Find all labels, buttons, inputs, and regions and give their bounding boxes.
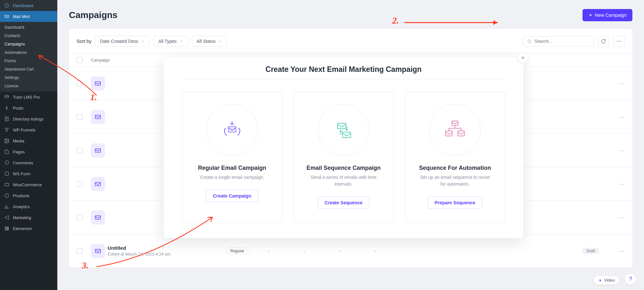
new-campaign-button[interactable]: New Campaign bbox=[582, 9, 632, 21]
page-header: Campaigns New Campaign bbox=[69, 9, 632, 21]
sidebar-item-directory-listings[interactable]: Directory listings bbox=[0, 113, 57, 124]
sub-licence[interactable]: Licence bbox=[0, 82, 57, 90]
select-all-checkbox[interactable] bbox=[77, 57, 82, 63]
create-sequence-button[interactable]: Create Sequence bbox=[318, 197, 369, 209]
row-menu-button[interactable]: ⋯ bbox=[605, 80, 625, 87]
sidebar-item-mailmint[interactable]: Mail Mint bbox=[0, 11, 57, 22]
metric-placeholder: - bbox=[268, 248, 303, 254]
wpfunnels-icon bbox=[4, 127, 10, 133]
regular-campaign-illus bbox=[206, 104, 258, 156]
row-menu-button[interactable]: ⋯ bbox=[605, 247, 625, 255]
video-help-pill[interactable]: Video bbox=[593, 276, 620, 285]
help-button[interactable]: ? bbox=[625, 273, 636, 285]
toolbar-left: Sort by Date Created Desc All Types All … bbox=[77, 36, 227, 47]
sub-campaigns[interactable]: Campaigns bbox=[0, 40, 57, 48]
help-icon: ? bbox=[629, 276, 632, 283]
sidebar-item-analytics[interactable]: Analytics bbox=[0, 201, 57, 212]
sub-abandoned-cart[interactable]: Abandoned Cart bbox=[0, 65, 57, 73]
sidebar-item-comments[interactable]: Comments bbox=[0, 157, 57, 168]
mailmint-submenu: Dashboard Contacts Campaigns Automations… bbox=[0, 22, 57, 92]
svg-rect-9 bbox=[7, 228, 8, 229]
close-icon bbox=[521, 55, 525, 60]
modal-body: Regular Email Campaign Create a single e… bbox=[164, 79, 523, 238]
svg-rect-16 bbox=[95, 115, 101, 119]
svg-rect-19 bbox=[95, 216, 101, 219]
sidebar-item-posts[interactable]: Posts bbox=[0, 102, 57, 113]
svg-rect-18 bbox=[95, 182, 101, 186]
svg-rect-33 bbox=[458, 131, 465, 136]
create-regular-campaign-button[interactable]: Create Campaign bbox=[206, 190, 258, 202]
comment-icon bbox=[4, 160, 10, 166]
sidebar-item-wp-dashboard[interactable]: Dashboard bbox=[0, 0, 57, 11]
row-menu-button[interactable]: ⋯ bbox=[605, 180, 625, 188]
row-checkbox[interactable] bbox=[77, 148, 82, 153]
svg-rect-15 bbox=[95, 82, 101, 85]
svg-rect-21 bbox=[228, 127, 236, 132]
sub-settings[interactable]: Settings bbox=[0, 73, 57, 82]
campaign-type-icon bbox=[91, 210, 105, 225]
row-menu-button[interactable]: ⋯ bbox=[605, 214, 625, 221]
directory-icon bbox=[4, 116, 10, 122]
sub-contacts[interactable]: Contacts bbox=[0, 32, 57, 40]
sidebar-item-pages[interactable]: Pages bbox=[0, 146, 57, 157]
campaign-title[interactable]: Untitled bbox=[108, 245, 171, 251]
row-checkbox[interactable] bbox=[77, 248, 82, 254]
sidebar-item-woocommerce[interactable]: WooCommerce bbox=[0, 179, 57, 190]
row-checkbox[interactable] bbox=[77, 114, 82, 120]
sub-forms[interactable]: Forms bbox=[0, 57, 57, 65]
row-menu-button[interactable]: ⋯ bbox=[605, 113, 625, 121]
svg-point-13 bbox=[619, 41, 619, 42]
more-options-button[interactable] bbox=[613, 35, 625, 47]
sidebar-item-tutor-lms[interactable]: Tutor LMS Pro bbox=[0, 92, 57, 102]
refresh-button[interactable] bbox=[598, 35, 609, 47]
row-checkbox[interactable] bbox=[77, 181, 82, 187]
svg-rect-6 bbox=[5, 183, 9, 186]
svg-point-12 bbox=[617, 41, 618, 42]
toolbar-right bbox=[523, 35, 625, 47]
pin-icon bbox=[4, 105, 10, 111]
dashboard-icon bbox=[4, 3, 10, 8]
campaign-type-icon bbox=[91, 143, 105, 158]
row-checkbox[interactable] bbox=[77, 81, 82, 86]
marketing-icon bbox=[4, 215, 10, 220]
svg-rect-27 bbox=[452, 121, 458, 125]
modal-close-button[interactable] bbox=[517, 52, 528, 63]
status-badge: Draft bbox=[582, 248, 600, 254]
option-title: Sequence For Automation bbox=[419, 165, 491, 171]
status-select[interactable]: All Status bbox=[192, 36, 227, 47]
type-select[interactable]: All Types bbox=[154, 36, 188, 47]
search-box[interactable] bbox=[523, 36, 594, 46]
sidebar-label: Dashboard bbox=[13, 3, 33, 8]
sequence-campaign-illus bbox=[318, 104, 369, 156]
sidebar-item-elementor[interactable]: Elementor bbox=[0, 223, 57, 234]
sidebar-item-wp-funnels[interactable]: WP Funnels bbox=[0, 124, 57, 135]
metric-placeholder: - bbox=[339, 248, 374, 254]
sidebar-item-marketing[interactable]: Marketing bbox=[0, 212, 57, 223]
sidebar-item-products[interactable]: Products bbox=[0, 190, 57, 201]
row-checkbox[interactable] bbox=[77, 215, 82, 220]
campaign-type-tag: Regular bbox=[226, 247, 249, 255]
sort-select[interactable]: Date Created Desc bbox=[95, 36, 150, 47]
svg-rect-26 bbox=[343, 132, 351, 138]
campaign-type-icon bbox=[91, 177, 105, 191]
modal-title: Create Your Next Email Marketing Campaig… bbox=[164, 57, 523, 74]
prepare-sequence-button[interactable]: Prepare Sequence bbox=[428, 197, 482, 209]
sidebar-item-ws-form[interactable]: WS Form bbox=[0, 168, 57, 179]
sub-automations[interactable]: Automations bbox=[0, 48, 57, 57]
sidebar-item-media[interactable]: Media bbox=[0, 135, 57, 146]
svg-rect-10 bbox=[7, 229, 8, 230]
svg-rect-32 bbox=[446, 131, 452, 136]
woo-icon bbox=[4, 182, 10, 188]
tutorlms-icon bbox=[4, 94, 10, 100]
table-row: Untitled Edited at March 27, 2023 4:24 a… bbox=[69, 234, 632, 268]
metric-placeholder: - bbox=[374, 248, 410, 254]
metric-placeholder: - bbox=[303, 248, 339, 254]
campaigns-toolbar: Sort by Date Created Desc All Types All … bbox=[69, 29, 632, 54]
option-title: Regular Email Campaign bbox=[198, 165, 266, 171]
search-input[interactable] bbox=[535, 39, 591, 44]
media-icon bbox=[4, 138, 10, 144]
automation-sequence-illus bbox=[429, 104, 481, 156]
sidebar-label: Mail Mint bbox=[13, 14, 30, 19]
row-menu-button[interactable]: ⋯ bbox=[605, 147, 625, 154]
sub-dashboard[interactable]: Dashboard bbox=[0, 23, 57, 32]
